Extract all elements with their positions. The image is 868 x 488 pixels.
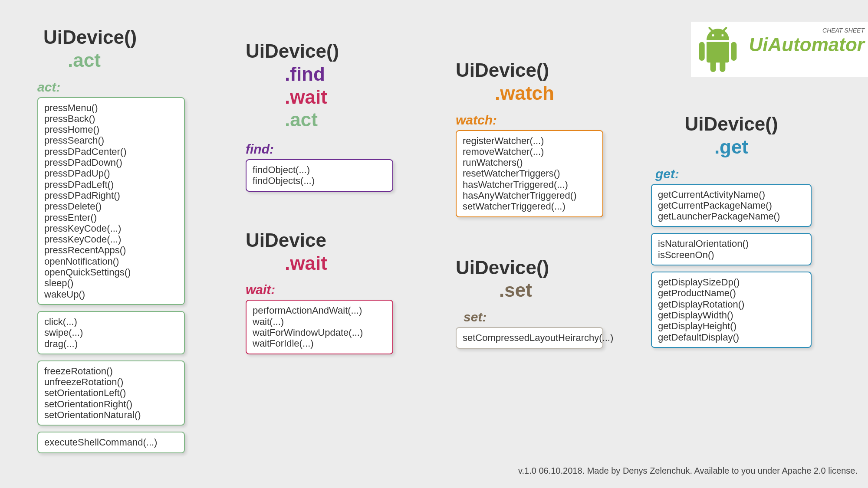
method-item: getCurrentPackageName() — [658, 200, 805, 211]
method-item: pressDPadDown() — [44, 157, 178, 168]
subheading-act: .act — [68, 49, 185, 72]
col-act: UiDevice() .act act: pressMenu()pressBac… — [37, 26, 185, 459]
method-item: pressSearch() — [44, 135, 178, 146]
box-act3: freezeRotation()unfreezeRotation()setOri… — [37, 360, 185, 426]
label-get: get: — [655, 167, 812, 181]
subheading-watch: .watch — [495, 82, 603, 105]
box-act1: pressMenu()pressBack()pressHome()pressSe… — [37, 97, 185, 305]
method-item: pressDPadCenter() — [44, 146, 178, 157]
subheading-find: .find — [285, 63, 393, 86]
col-get: UiDevice() .get get: getCurrentActivityN… — [651, 113, 812, 354]
method-item: click(...) — [44, 316, 178, 327]
method-item: isScreenOn() — [658, 249, 805, 260]
box-find: findObject(...)findObjects(...) — [246, 159, 393, 192]
method-item: getDisplaySizeDp() — [658, 277, 805, 288]
method-item: getDisplayWidth() — [658, 310, 805, 321]
method-item: wakeUp() — [44, 289, 178, 300]
method-item: getLauncherPackageName() — [658, 211, 805, 222]
method-item: registerWatcher(...) — [463, 135, 596, 146]
method-item: getDefaultDisplay() — [658, 332, 805, 343]
box-get2: isNaturalOrientation()isScreenOn() — [651, 233, 812, 265]
method-item: freezeRotation() — [44, 366, 178, 377]
method-item: setWatcherTriggered(...) — [463, 201, 596, 212]
logo-panel: CHEAT SHEET UiAutomator — [691, 22, 868, 77]
method-item: getProductName() — [658, 288, 805, 298]
col-watch-set: UiDevice() .watch watch: registerWatcher… — [456, 59, 603, 355]
subheading-set: .set — [499, 279, 603, 302]
method-item: setOrientationRight() — [44, 399, 178, 409]
heading-uidevice-set: UiDevice() — [456, 256, 603, 279]
heading-uidevice-watch: UiDevice() — [456, 59, 603, 82]
method-item: openQuickSettings() — [44, 267, 178, 278]
method-item: hasWatcherTriggered(...) — [463, 179, 596, 190]
method-item: pressRecentApps() — [44, 245, 178, 255]
box-act4: executeShellCommand(...) — [37, 432, 185, 453]
method-item: isNaturalOrientation() — [658, 238, 805, 249]
footer-text: v.1.0 06.10.2018. Made by Denys Zelenchu… — [518, 466, 858, 476]
method-item: pressKeyCode(...) — [44, 223, 178, 234]
method-item: getDisplayRotation() — [658, 299, 805, 310]
box-wait: performActionAndWait(...)wait(...)waitFo… — [246, 300, 393, 354]
method-item: findObject(...) — [253, 164, 386, 175]
heading-uidevice-find: UiDevice() — [246, 40, 393, 63]
box-get1: getCurrentActivityName()getCurrentPackag… — [651, 184, 812, 227]
box-set: setCompressedLayoutHeirarchy(...) — [456, 327, 603, 348]
method-item: setCompressedLayoutHeirarchy(...) — [463, 332, 596, 343]
method-item: waitForIdle(...) — [253, 338, 386, 349]
method-item: executeShellCommand(...) — [44, 437, 178, 448]
method-item: pressBack() — [44, 113, 178, 124]
box-act2: click(...)swipe(...)drag(...) — [37, 311, 185, 354]
method-item: unfreezeRotation() — [44, 377, 178, 387]
method-item: pressMenu() — [44, 102, 178, 113]
method-item: pressDPadRight() — [44, 190, 178, 201]
android-icon — [695, 27, 740, 72]
method-item: drag(...) — [44, 338, 178, 349]
method-item: runWatchers() — [463, 157, 596, 168]
subheading-act2: .act — [285, 108, 393, 131]
method-item: pressDPadLeft() — [44, 179, 178, 190]
method-item: setOrientationNatural() — [44, 409, 178, 420]
method-item: hasAnyWatcherTriggered() — [463, 190, 596, 201]
method-item: setOrientationLeft() — [44, 387, 178, 398]
box-get3: getDisplaySizeDp()getProductName()getDis… — [651, 272, 812, 348]
method-item: pressDelete() — [44, 201, 178, 212]
subheading-wait2: .wait — [285, 252, 393, 275]
label-watch: watch: — [456, 113, 603, 128]
method-item: waitForWindowUpdate(...) — [253, 327, 386, 338]
label-wait: wait: — [246, 282, 393, 297]
method-item: wait(...) — [253, 316, 386, 327]
method-item: resetWatcherTriggers() — [463, 168, 596, 179]
label-set: set: — [464, 310, 603, 324]
box-watch: registerWatcher(...)removeWatcher(...)ru… — [456, 130, 603, 217]
col-find-wait: UiDevice() .find .wait .act find: findOb… — [246, 40, 393, 360]
subheading-get: .get — [651, 136, 812, 159]
method-item: getCurrentActivityName() — [658, 189, 805, 200]
subheading-wait: .wait — [285, 86, 393, 109]
method-item: pressHome() — [44, 124, 178, 135]
heading-uidevice-wait: UiDevice — [246, 229, 393, 252]
method-item: pressEnter() — [44, 212, 178, 223]
method-item: findObjects(...) — [253, 175, 386, 186]
method-item: swipe(...) — [44, 327, 178, 338]
label-find: find: — [246, 142, 393, 157]
method-item: pressKeyCode(...) — [44, 234, 178, 245]
method-item: openNotification() — [44, 256, 178, 267]
method-item: removeWatcher(...) — [463, 146, 596, 157]
method-item: performActionAndWait(...) — [253, 305, 386, 316]
method-item: getDisplayHeight() — [658, 321, 805, 331]
method-item: sleep() — [44, 278, 178, 288]
heading-uidevice-get: UiDevice() — [651, 113, 812, 136]
heading-uidevice-act: UiDevice() — [43, 26, 185, 49]
label-act: act: — [37, 80, 185, 95]
method-item: pressDPadUp() — [44, 168, 178, 179]
